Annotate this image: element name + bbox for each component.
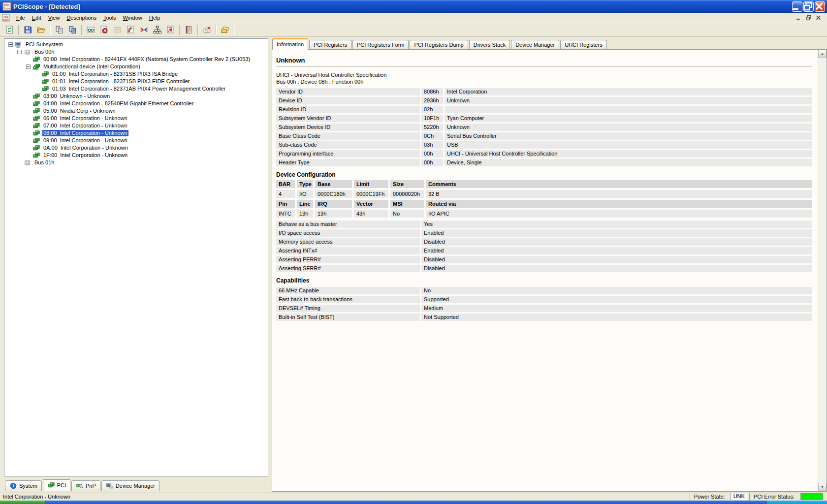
bus-icon [24,159,32,166]
tab-pci-registers[interactable]: PCI Registers [309,40,351,49]
row-label: Subsystem Vendor ID [276,115,420,122]
menu-descriptions[interactable]: Descriptions [63,14,100,22]
pci-card-icon [32,100,40,107]
menu-window[interactable]: Window [120,14,146,22]
document-icon[interactable]: PCIScope [2,14,10,22]
config-header-cell: BAR [276,180,295,188]
mdi-close-button[interactable] [816,14,824,22]
tree-item-label: 03:00 Unknown - Unknown [42,93,111,99]
tree-item[interactable]: 06:00 Intel Corporation - Unknown [4,115,268,122]
config-value-cell: 0000C19Fh [354,190,388,198]
pci-card-icon [32,56,40,63]
pci-card-icon [32,137,40,144]
multi-device-icon [32,63,40,70]
tree-item[interactable]: PCI Subsystem [4,41,268,48]
device-config-heading: Device Configuration [276,171,812,178]
tab-drivers-stack[interactable]: Drivers Stack [469,40,510,49]
close-button[interactable] [815,1,825,12]
tab-device-manager[interactable]: Device Manager [511,40,559,49]
compare-button[interactable] [137,24,151,36]
config-header-cell: MSI [390,200,424,208]
view-tab-pci[interactable]: PCI [43,479,70,491]
panel-splitter[interactable] [268,37,272,492]
collapse-toggle-icon[interactable] [17,50,22,54]
pci-star-button[interactable]: PCI [200,24,214,36]
config-value-cell: 13h [297,210,313,218]
toolbar-separator [18,25,19,35]
interrupt-button[interactable] [164,24,177,36]
tree-item[interactable]: Bus 01h [4,159,268,166]
tab-pci-registers-form[interactable]: PCI Registers Form [352,40,409,49]
row-value: Enabled [421,247,812,254]
copy-button[interactable] [53,24,66,36]
tree-item[interactable]: 07:00 Intel Corporation - Unknown [4,122,268,129]
export-button[interactable] [219,24,232,36]
view-tab-device-manager[interactable]: Device Manager [101,480,159,491]
tree-item[interactable]: 01:01 Intel Corporation - 82371SB PIIX3 … [4,78,268,85]
row-label: Asserting INTx# [276,247,420,254]
row-value: 8086h [421,88,443,95]
menu-file[interactable]: File [13,14,29,22]
mdi-restore-button[interactable] [806,14,814,22]
tab-information[interactable]: Information [272,38,308,50]
row-label: DEVSEL# Timing [276,305,420,312]
save-button[interactable] [21,24,34,36]
view-tab-label: System [19,483,37,489]
hierarchy-button[interactable] [151,24,164,36]
refresh-button[interactable] [3,24,16,36]
row-label: Sub-class Code [276,141,420,149]
scroll-up-button[interactable]: ▲ [818,50,827,58]
tab-pci-registers-dump[interactable]: PCI Registers Dump [410,40,468,49]
tools-button[interactable] [124,24,137,36]
tree-item[interactable]: 05:00 Nvidia Corp - Unknown [4,107,268,115]
tree-item[interactable]: Multifunctional device (Intel Corporatio… [4,63,268,70]
tree-item[interactable]: 08:00 Intel Corporation - Unknown [4,129,268,137]
status-bar: Intel Corporation - Unknown Power State:… [0,492,827,501]
tree-item[interactable]: 04:00 Intel Corporation - 82540EM Gigabi… [4,100,268,107]
row-label: I/O space access [276,229,420,237]
config-value-cell: 13h [315,210,352,218]
minimize-button[interactable] [792,1,802,12]
tree-item[interactable]: 0A:00 Intel Corporation - Unknown [4,144,268,152]
menu-help[interactable]: Help [146,14,164,22]
collapse-toggle-icon[interactable] [8,42,13,47]
pnp-icon [76,482,84,489]
pci-card-icon [32,123,40,129]
copy-page-button[interactable] [66,24,79,36]
menu-edit[interactable]: Edit [29,14,45,22]
row-value: 0Ch [421,132,443,140]
view-button[interactable] [84,24,97,36]
menu-view[interactable]: View [45,14,64,22]
view-tab-label: PCI [57,482,66,488]
start-button-sliver[interactable] [0,501,45,504]
restore-button[interactable] [803,1,814,12]
tree-item[interactable]: 01:00 Intel Corporation - 82371SB PIIX3 … [4,70,268,78]
report-button[interactable] [182,24,195,36]
config-value-cell: 00000020h [390,190,424,198]
scroll-down-button[interactable]: ▼ [818,483,827,491]
tree-item[interactable]: 00:00 Intel Corporation - 82441FX 440FX … [4,56,268,63]
tree-item[interactable]: 1F:00 Intel Corporation - Unknown [4,152,268,159]
row-label: Programming interface [276,150,420,158]
tab-uhci-registers[interactable]: UHCI Registers [560,40,606,49]
tree-item[interactable]: 03:00 Unknown - Unknown [4,93,268,100]
mdi-minimize-button[interactable] [796,14,804,22]
row-description: Tyan Computer [445,115,812,122]
row-label: Memory space access [276,238,420,246]
view-tab-system[interactable]: iSystem [5,480,42,491]
view-tab-pnp[interactable]: PnP [71,480,100,491]
open-button[interactable] [34,24,48,36]
tree-item[interactable]: Bus 00h [4,48,268,56]
svg-text:Scope: Scope [3,19,9,21]
tree-item[interactable]: 01:03 Intel Corporation - 82371AB PIIX4 … [4,85,268,93]
vertical-scrollbar[interactable]: ▲ ▼ [818,50,827,491]
tree-item[interactable]: 09:00 Intel Corporation - Unknown [4,137,268,144]
divider [276,66,812,66]
device-id-table: Vendor ID8086hIntel CorporationDevice ID… [276,88,812,166]
scrollbar-track[interactable] [818,58,827,483]
menu-tools[interactable]: Tools [100,14,120,22]
row-label: Behave as a bus master [276,220,420,228]
stop-button[interactable] [97,24,111,36]
collapse-toggle-icon[interactable] [26,64,31,69]
minimize-icon [792,2,801,11]
